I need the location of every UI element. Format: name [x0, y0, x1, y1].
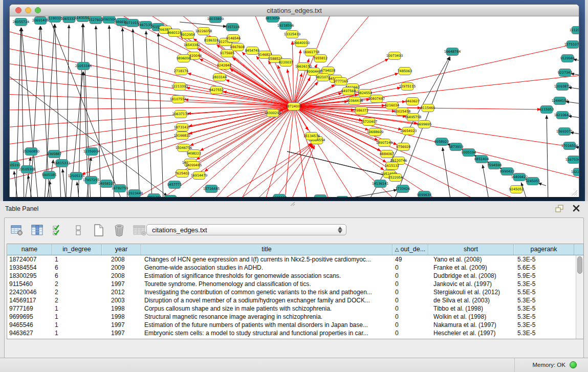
network-node[interactable]: 17016504: [561, 142, 578, 150]
network-node[interactable]: 9227343: [558, 69, 572, 77]
network-node[interactable]: 8220037: [279, 59, 293, 67]
network-node[interactable]: 14136141: [372, 180, 389, 188]
network-node[interactable]: 18907249: [376, 139, 393, 147]
network-edge[interactable]: [158, 33, 163, 197]
cell-title[interactable]: Tourette syndrome. Phenomenology and cla…: [141, 280, 393, 288]
cell-in_degree[interactable]: 1: [52, 321, 102, 329]
network-node[interactable]: 11675341: [565, 156, 579, 164]
network-node[interactable]: 7955812: [313, 55, 328, 62]
network-edge[interactable]: [547, 115, 548, 197]
cell-year[interactable]: 2008: [102, 272, 141, 280]
cell-year[interactable]: 1997: [102, 329, 141, 337]
column-header-short[interactable]: short: [428, 244, 514, 255]
network-node[interactable]: 7594595: [335, 196, 350, 198]
cell-name[interactable]: 9115460: [7, 280, 52, 288]
cell-out_degree[interactable]: 0: [393, 304, 428, 313]
table-row[interactable]: 969969511998Structural magnetic resonanc…: [7, 313, 576, 321]
cell-title[interactable]: Estimation of the future numbers of pati…: [141, 321, 393, 329]
network-node[interactable]: 9635887: [272, 194, 287, 198]
cell-name[interactable]: 18300295: [7, 272, 52, 280]
network-node[interactable]: 9777169: [334, 78, 348, 85]
network-node[interactable]: 9699695: [417, 121, 431, 128]
network-edge[interactable]: [368, 57, 450, 197]
network-node[interactable]: 19654923: [400, 127, 417, 135]
cell-title[interactable]: Corpus callosum shape and size in male p…: [141, 304, 393, 313]
cell-in_degree[interactable]: 1: [52, 255, 102, 264]
table-vertical-scrollbar[interactable]: [576, 255, 583, 339]
network-node[interactable]: 9115460: [421, 104, 435, 112]
network-node[interactable]: 16033809: [207, 16, 224, 23]
network-node[interactable]: 16648784: [444, 48, 461, 56]
network-node[interactable]: 9457771: [167, 181, 182, 189]
network-node[interactable]: 5905185: [42, 171, 56, 179]
network-edge[interactable]: [55, 24, 61, 197]
cell-pagerank[interactable]: 5.3E-5: [514, 296, 574, 304]
network-node[interactable]: 16210643: [554, 112, 571, 119]
network-edge[interactable]: [133, 29, 140, 197]
cell-name[interactable]: 18724007: [7, 255, 52, 264]
column-header-year[interactable]: year: [102, 244, 141, 255]
cell-name[interactable]: 9465546: [7, 321, 52, 329]
cell-in_degree[interactable]: 1: [52, 329, 102, 337]
network-node[interactable]: 18300295: [265, 110, 281, 117]
network-node[interactable]: 12213393: [171, 83, 188, 91]
cell-out_degree[interactable]: 0: [393, 296, 428, 304]
delete-rows-trash-icon[interactable]: [112, 223, 126, 237]
show-columns-icon[interactable]: [30, 223, 45, 237]
network-node[interactable]: 24055724: [13, 18, 30, 26]
network-node[interactable]: 19166822: [174, 132, 191, 140]
cell-pagerank[interactable]: 5.3E-5: [514, 304, 574, 313]
network-node[interactable]: 12923448: [126, 190, 143, 198]
network-node[interactable]: 8884067: [380, 150, 394, 158]
cell-title[interactable]: Changes of HCN gene expression and I(f) …: [141, 255, 393, 264]
cell-name[interactable]: 14569117: [7, 296, 52, 304]
network-node[interactable]: 9896098: [177, 55, 191, 62]
table-row[interactable]: 2242004622012Investigating the contribut…: [7, 288, 576, 296]
network-node[interactable]: 20364436: [346, 97, 363, 105]
network-node[interactable]: 12975115: [399, 83, 416, 91]
network-node[interactable]: 8990422: [500, 168, 514, 176]
network-node[interactable]: 15751074: [564, 41, 579, 49]
cell-in_degree[interactable]: 1: [52, 304, 102, 313]
network-edge[interactable]: [66, 25, 69, 197]
network-node[interactable]: 15720407: [361, 118, 378, 126]
network-node[interactable]: 12093872: [554, 83, 571, 91]
cell-pagerank[interactable]: 5.3E-5: [514, 280, 574, 288]
cell-year[interactable]: 2009: [102, 264, 141, 272]
cell-year[interactable]: 1998: [102, 304, 141, 313]
network-edge[interactable]: [10, 30, 294, 106]
network-node[interactable]: 9175685: [220, 50, 234, 57]
cell-title[interactable]: Investigating the contribution of common…: [141, 288, 393, 296]
cell-short[interactable]: Hescheler et al. (1997): [428, 329, 514, 337]
network-node[interactable]: 2803144: [212, 74, 227, 81]
network-node[interactable]: 10275854: [162, 195, 179, 198]
cell-short[interactable]: Tibbo et al. (1998): [428, 304, 514, 313]
network-node[interactable]: 17957255: [83, 177, 100, 184]
network-node[interactable]: 9361504: [102, 16, 116, 24]
cell-in_degree[interactable]: 2: [52, 288, 102, 296]
network-edge[interactable]: [292, 41, 294, 106]
cell-year[interactable]: 2012: [102, 288, 141, 296]
network-edge[interactable]: [294, 106, 356, 197]
network-node[interactable]: 8958923: [434, 138, 449, 146]
network-node[interactable]: 9099634: [417, 191, 431, 198]
network-node[interactable]: 1615132: [385, 162, 399, 170]
network-edge[interactable]: [205, 106, 294, 171]
cell-out_degree[interactable]: 0: [393, 264, 428, 272]
cell-in_degree[interactable]: 1: [52, 313, 102, 321]
network-node[interactable]: 10807487: [368, 95, 385, 103]
network-node[interactable]: 8912954: [181, 31, 195, 39]
window-titlebar[interactable]: citations_edges.txt: [10, 5, 579, 16]
cell-year[interactable]: 1998: [102, 313, 141, 321]
network-node[interactable]: 9756928: [396, 143, 410, 151]
cell-in_degree[interactable]: 2: [52, 280, 102, 288]
table-row[interactable]: 1872400712008Changes of HCN gene express…: [7, 255, 576, 264]
cell-title[interactable]: Estimation of significance thresholds fo…: [141, 272, 393, 280]
cell-in_degree[interactable]: 2: [52, 296, 102, 304]
network-node[interactable]: 16543382: [184, 41, 201, 49]
cell-pagerank[interactable]: 5.9E-5: [514, 272, 574, 280]
node-table[interactable]: namein_degreeyeartitle△out_de...shortpag…: [7, 244, 584, 339]
network-node[interactable]: 10692282: [312, 195, 329, 198]
delete-table-icon[interactable]: [133, 223, 147, 237]
network-node[interactable]: 6497568: [341, 87, 356, 95]
